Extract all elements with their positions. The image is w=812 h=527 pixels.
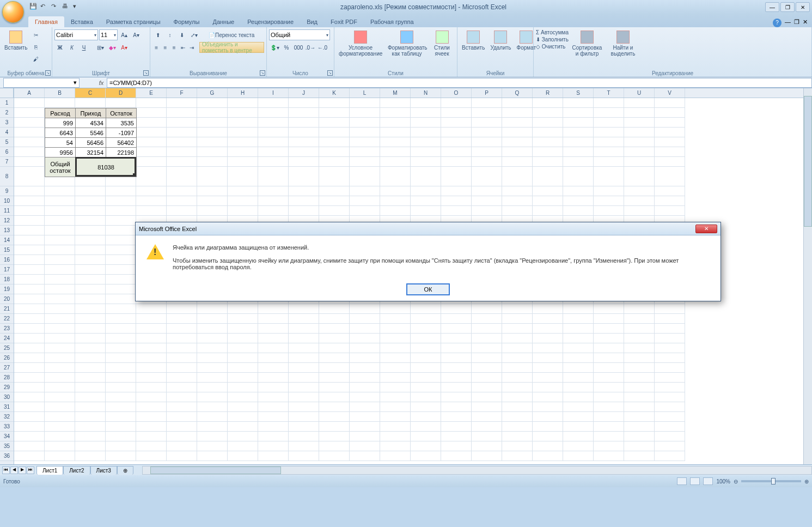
cell[interactable] [502,206,533,216]
cell[interactable] [167,432,197,441]
cell[interactable] [319,206,350,216]
alignment-dialog-launcher[interactable]: ↘ [260,70,265,76]
cell[interactable] [655,324,685,334]
cell[interactable] [167,441,197,451]
cell[interactable] [106,294,136,304]
cell[interactable] [136,147,167,157]
cell[interactable] [563,383,594,392]
cell[interactable] [502,422,533,432]
cell[interactable] [14,147,45,157]
cell[interactable] [411,363,441,373]
cell[interactable] [655,451,685,461]
cell[interactable] [197,206,228,216]
formula-input[interactable]: =СУММ(D4:D7) [107,78,812,88]
col-header-P[interactable]: P [472,88,502,98]
cell[interactable] [350,147,380,157]
cell[interactable] [380,363,411,373]
cell[interactable] [624,314,655,324]
cell[interactable] [14,226,45,235]
cell[interactable] [533,451,563,461]
cell[interactable] [594,392,624,402]
cell[interactable] [563,373,594,383]
cell[interactable] [319,324,350,334]
cell[interactable] [14,128,45,137]
cell[interactable] [75,324,106,334]
cell[interactable] [441,206,472,216]
cell[interactable] [472,441,502,451]
cell[interactable] [624,108,655,118]
row-header-7[interactable]: 7 [0,157,14,167]
borders-button[interactable]: ⊞▾ [95,42,106,53]
delete-cells-button[interactable]: Удалить [488,29,513,52]
cell[interactable] [594,157,624,167]
cell[interactable] [563,147,594,157]
cell[interactable] [136,196,167,206]
row-header-2[interactable]: 2 [0,108,14,118]
cell[interactable] [75,196,106,206]
cell[interactable] [75,275,106,284]
cell[interactable] [502,441,533,451]
cell[interactable] [14,304,45,314]
cell[interactable] [14,422,45,432]
cell[interactable] [228,186,258,196]
cell[interactable] [655,167,685,186]
cell[interactable] [14,284,45,294]
find-select-button[interactable]: Найти и выделить [606,29,640,58]
align-center-button[interactable]: ≡ [161,42,169,53]
cell[interactable] [289,373,319,383]
cell[interactable] [441,373,472,383]
cell[interactable] [350,324,380,334]
table-cell[interactable]: 3535 [106,118,137,128]
cell[interactable] [411,343,441,353]
cell[interactable] [289,304,319,314]
tab-nav-last[interactable]: ⏭ [27,467,34,474]
cell[interactable] [136,402,167,412]
cell[interactable] [594,98,624,108]
cell[interactable] [594,402,624,412]
cell[interactable] [624,167,655,186]
col-header-J[interactable]: J [289,88,319,98]
cell[interactable] [655,353,685,363]
cell[interactable] [289,422,319,432]
cell[interactable] [75,402,106,412]
cell[interactable] [563,186,594,196]
cell[interactable] [45,226,75,235]
cell[interactable] [75,343,106,353]
cell[interactable] [533,147,563,157]
cell[interactable] [411,334,441,343]
zoom-level[interactable]: 100% [716,478,730,484]
cell[interactable] [380,304,411,314]
cell[interactable] [14,294,45,304]
cell[interactable] [533,392,563,402]
cell[interactable] [533,363,563,373]
cell[interactable] [502,304,533,314]
cell[interactable] [533,412,563,422]
cell[interactable] [197,383,228,392]
cell[interactable] [106,422,136,432]
cell[interactable] [655,363,685,373]
cell[interactable] [136,304,167,314]
row-header-23[interactable]: 23 [0,324,14,334]
cell[interactable] [380,196,411,206]
cell[interactable] [502,147,533,157]
underline-button[interactable]: Ч [78,42,89,53]
cell[interactable] [106,226,136,235]
cell[interactable] [441,304,472,314]
row-header-33[interactable]: 33 [0,422,14,432]
total-label[interactable]: Общий остаток [45,157,76,177]
row-header-20[interactable]: 20 [0,294,14,304]
row-header-29[interactable]: 29 [0,383,14,392]
cell[interactable] [75,373,106,383]
cell[interactable] [594,128,624,137]
name-box[interactable]: ▾ [3,78,80,88]
cell[interactable] [563,343,594,353]
cell[interactable] [472,432,502,441]
cell[interactable] [136,392,167,402]
ribbon-minimize-button[interactable]: — [785,19,791,27]
cell[interactable] [106,343,136,353]
cell[interactable] [319,422,350,432]
cell[interactable] [594,314,624,324]
cell[interactable] [197,334,228,343]
row-header-24[interactable]: 24 [0,334,14,343]
cell[interactable] [380,451,411,461]
